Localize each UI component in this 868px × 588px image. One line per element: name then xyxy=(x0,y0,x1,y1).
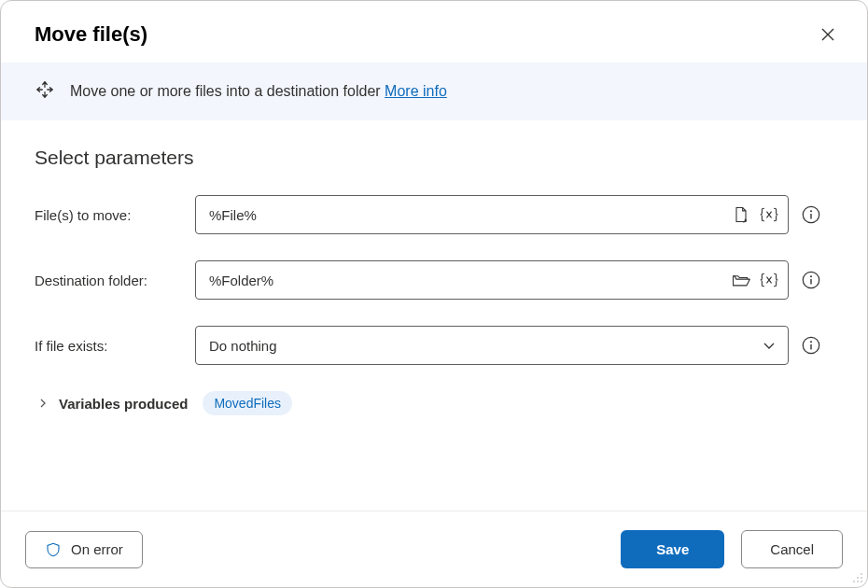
svg-point-5 xyxy=(810,341,812,343)
info-text: Move one or more files into a destinatio… xyxy=(70,83,385,99)
svg-point-3 xyxy=(810,275,812,277)
row-destination-folder: Destination folder: xyxy=(35,260,833,300)
shield-icon xyxy=(45,541,62,558)
variable-pill-movedfiles[interactable]: MovedFiles xyxy=(203,391,292,415)
footer-right: Save Cancel xyxy=(621,530,843,568)
variables-expand-toggle[interactable] xyxy=(35,395,51,412)
resize-grip-icon[interactable] xyxy=(850,570,863,583)
dialog-body: Select parameters File(s) to move: xyxy=(1,120,867,511)
svg-point-9 xyxy=(853,581,855,582)
input-files-to-move[interactable] xyxy=(195,195,789,234)
section-title: Select parameters xyxy=(35,147,833,169)
move-files-dialog: Move file(s) Move one or more files into… xyxy=(0,0,868,588)
svg-point-1 xyxy=(810,210,812,212)
info-banner: Move one or more files into a destinatio… xyxy=(1,63,867,120)
more-info-link[interactable]: More info xyxy=(385,83,447,99)
label-if-file-exists: If file exists: xyxy=(35,338,184,354)
dropdown-if-file-exists-value: Do nothing xyxy=(209,338,277,354)
chevron-down-icon xyxy=(762,338,777,353)
info-icon xyxy=(801,335,821,356)
variable-icon xyxy=(759,271,779,289)
svg-point-10 xyxy=(857,581,859,582)
chevron-right-icon xyxy=(37,398,49,409)
move-arrows-icon xyxy=(35,79,55,104)
variable-icon xyxy=(759,205,779,224)
info-banner-text: Move one or more files into a destinatio… xyxy=(70,83,447,100)
row-files-to-move: File(s) to move: xyxy=(35,195,833,234)
info-button-exists[interactable] xyxy=(800,334,822,357)
svg-point-7 xyxy=(857,577,859,579)
on-error-button[interactable]: On error xyxy=(25,531,143,568)
svg-point-11 xyxy=(861,581,862,582)
save-button[interactable]: Save xyxy=(621,530,724,568)
info-icon xyxy=(801,270,821,290)
select-file-button[interactable] xyxy=(730,203,752,226)
dialog-title: Move file(s) xyxy=(35,22,147,47)
folder-open-icon xyxy=(731,271,751,289)
variables-produced-label: Variables produced xyxy=(59,396,188,412)
svg-point-6 xyxy=(861,573,862,575)
info-icon xyxy=(801,204,821,225)
info-button-files[interactable] xyxy=(800,203,822,226)
dropdown-if-file-exists[interactable]: Do nothing xyxy=(195,326,789,365)
variables-produced-row: Variables produced MovedFiles xyxy=(35,391,833,415)
select-folder-button[interactable] xyxy=(730,269,752,291)
input-files-to-move-text[interactable] xyxy=(209,207,724,223)
dialog-footer: On error Save Cancel xyxy=(1,511,867,587)
on-error-label: On error xyxy=(71,541,123,557)
svg-point-8 xyxy=(861,577,862,579)
row-if-file-exists: If file exists: Do nothing xyxy=(35,326,833,365)
label-destination-folder: Destination folder: xyxy=(35,273,184,288)
close-button[interactable] xyxy=(815,21,841,48)
cancel-button[interactable]: Cancel xyxy=(741,530,843,568)
insert-variable-button-folder[interactable] xyxy=(758,269,780,291)
close-icon xyxy=(820,27,835,42)
insert-variable-button-files[interactable] xyxy=(758,203,780,226)
input-destination-folder[interactable] xyxy=(195,260,789,300)
info-button-folder[interactable] xyxy=(800,269,822,291)
dialog-header: Move file(s) xyxy=(1,1,867,63)
file-pick-icon xyxy=(732,205,750,224)
label-files-to-move: File(s) to move: xyxy=(35,207,184,223)
input-destination-folder-text[interactable] xyxy=(209,273,724,288)
